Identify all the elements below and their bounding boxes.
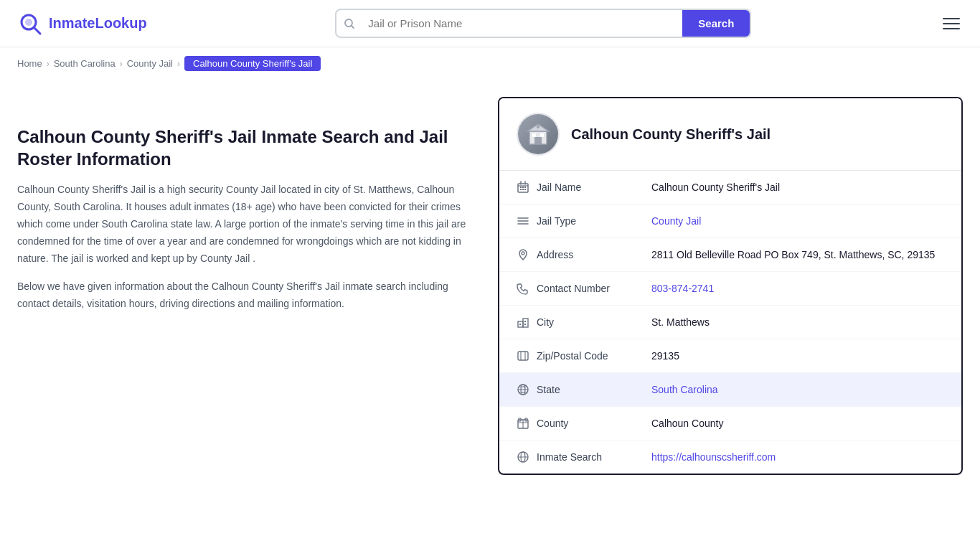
info-card-header: Calhoun County Sheriff's Jail [499, 98, 961, 171]
contact-link[interactable]: 803-874-2741 [651, 283, 714, 294]
svg-rect-8 [532, 133, 536, 137]
search-wrapper: Search [335, 9, 751, 38]
svg-rect-31 [518, 352, 528, 360]
info-card: Calhoun County Sheriff's Jail [498, 97, 963, 475]
label-state: State [537, 384, 651, 395]
row-inmate-search: Inmate Search https://calhounscsheriff.c… [499, 441, 961, 474]
row-contact: Contact Number 803-874-2741 [499, 272, 961, 306]
breadcrumb-sep-3: › [177, 59, 180, 69]
svg-rect-15 [524, 187, 526, 188]
label-county: County [537, 418, 651, 429]
svg-line-4 [352, 25, 354, 28]
row-address: Address 2811 Old Belleville Road PO Box … [499, 238, 961, 272]
jail-avatar [517, 113, 560, 156]
jail-avatar-image [518, 114, 558, 154]
address-icon [517, 248, 537, 261]
breadcrumb-type[interactable]: County Jail [127, 58, 173, 69]
svg-rect-9 [540, 133, 544, 137]
search-area: Search [335, 9, 751, 38]
inmate-search-link[interactable]: https://calhounscsheriff.com [651, 451, 776, 463]
label-address: Address [537, 249, 651, 260]
search-icon [336, 18, 362, 29]
inmate-search-icon [517, 451, 537, 463]
breadcrumb: Home › South Carolina › County Jail › Ca… [0, 47, 980, 83]
svg-rect-17 [522, 189, 524, 190]
jail-name-icon [517, 181, 537, 194]
label-inmate-search: Inmate Search [537, 451, 651, 463]
jail-name-header: Calhoun County Sheriff's Jail [571, 126, 771, 143]
label-jail-name: Jail Name [537, 182, 651, 193]
svg-rect-18 [524, 189, 526, 190]
breadcrumb-current: Calhoun County Sheriff's Jail [184, 56, 321, 71]
row-zip: Zip/Postal Code 29135 [499, 339, 961, 373]
search-input[interactable] [362, 10, 682, 37]
hamburger-line-1 [943, 18, 960, 19]
page-title: Calhoun County Sheriff's Jail Inmate Sea… [17, 126, 476, 170]
info-table: Jail Name Calhoun County Sheriff's Jail … [499, 171, 961, 474]
city-icon [517, 316, 537, 329]
svg-rect-27 [523, 319, 528, 327]
main-content: Calhoun County Sheriff's Jail Inmate Sea… [0, 83, 980, 504]
value-jail-name: Calhoun County Sheriff's Jail [651, 182, 780, 193]
svg-rect-29 [524, 321, 526, 322]
page-description-1: Calhoun County Sheriff's Jail is a high … [17, 182, 476, 267]
site-header: InmateLookup Search [0, 0, 980, 47]
row-city: City St. Matthews [499, 306, 961, 339]
breadcrumb-sep-2: › [120, 59, 123, 69]
svg-rect-28 [519, 324, 521, 325]
jail-type-icon [517, 215, 537, 227]
state-icon [517, 383, 537, 396]
breadcrumb-sep-1: › [47, 59, 50, 69]
svg-rect-30 [524, 324, 526, 325]
hamburger-line-3 [943, 28, 960, 29]
label-zip: Zip/Postal Code [537, 350, 651, 362]
right-panel: Calhoun County Sheriff's Jail [498, 97, 963, 475]
svg-point-25 [522, 252, 524, 255]
logo-icon [17, 11, 43, 37]
row-jail-name: Jail Name Calhoun County Sheriff's Jail [499, 171, 961, 204]
left-panel: Calhoun County Sheriff's Jail Inmate Sea… [17, 97, 476, 475]
value-jail-type: County Jail [651, 215, 701, 227]
value-state: South Carolina [651, 384, 718, 395]
state-link[interactable]: South Carolina [651, 384, 718, 395]
row-county: County Calhoun County [499, 407, 961, 441]
value-address: 2811 Old Belleville Road PO Box 749, St.… [651, 249, 935, 260]
label-jail-type: Jail Type [537, 215, 651, 227]
jail-type-link[interactable]: County Jail [651, 215, 701, 227]
value-county: Calhoun County [651, 418, 723, 429]
svg-point-11 [537, 126, 540, 128]
svg-line-1 [34, 27, 40, 34]
search-button[interactable]: Search [682, 10, 750, 37]
label-city: City [537, 316, 651, 328]
breadcrumb-state[interactable]: South Carolina [54, 58, 116, 69]
value-city: St. Matthews [651, 316, 710, 328]
value-zip: 29135 [651, 350, 679, 362]
breadcrumb-home[interactable]: Home [17, 58, 42, 69]
svg-rect-14 [522, 187, 524, 188]
svg-rect-16 [520, 189, 522, 190]
contact-icon [517, 282, 537, 295]
value-contact: 803-874-2741 [651, 283, 714, 294]
value-inmate-search: https://calhounscsheriff.com [651, 451, 776, 463]
row-jail-type: Jail Type County Jail [499, 204, 961, 238]
hamburger-line-2 [943, 23, 960, 24]
page-description-2: Below we have given information about th… [17, 278, 476, 313]
county-icon [517, 417, 537, 430]
hamburger-menu[interactable] [940, 15, 963, 32]
svg-rect-13 [520, 187, 522, 188]
svg-rect-6 [534, 137, 542, 144]
svg-point-2 [25, 19, 32, 26]
logo[interactable]: InmateLookup [17, 11, 147, 37]
logo-text: InmateLookup [49, 15, 147, 32]
zip-icon [517, 349, 537, 362]
row-state: State South Carolina [499, 373, 961, 407]
label-contact: Contact Number [537, 283, 651, 294]
